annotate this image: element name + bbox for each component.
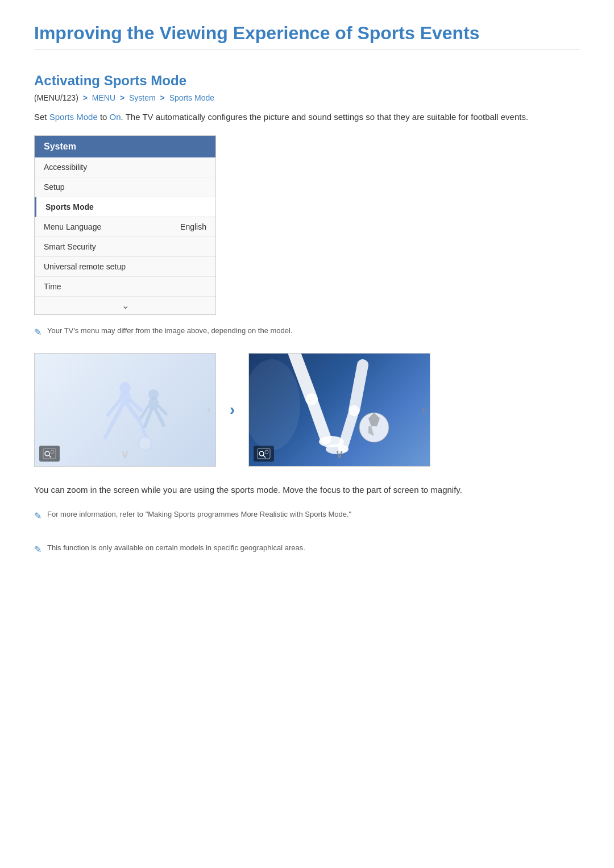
nav-arrow-down-normal: ∨ xyxy=(121,447,130,462)
menu-item-menu-language-value: English xyxy=(180,222,206,231)
bc-sep1: > xyxy=(83,93,88,102)
system-menu: System Accessibility Setup Sports Mode M… xyxy=(34,135,216,315)
svg-point-27 xyxy=(249,359,300,450)
menu-item-setup[interactable]: Setup xyxy=(35,177,215,197)
intro-text: Set Sports Mode to On. The TV automatica… xyxy=(34,110,580,124)
note-2: ✎ This function is only available on cer… xyxy=(34,542,580,556)
chevron-down-icon: ⌄ xyxy=(122,301,129,310)
sport-image-normal: › ∨ xyxy=(34,353,216,467)
intro-highlight2: On xyxy=(110,112,121,122)
svg-line-24 xyxy=(343,410,354,447)
menu-item-universal-remote[interactable]: Universal remote setup xyxy=(35,257,215,277)
menu-item-time[interactable]: Time xyxy=(35,277,215,297)
player-svg-zoomed xyxy=(249,354,420,456)
pencil-icon: ✎ xyxy=(34,326,42,339)
bc-sep2: > xyxy=(120,93,125,102)
page-title: Improving the Viewing Experience of Spor… xyxy=(34,23,580,50)
svg-line-23 xyxy=(354,365,363,410)
pencil-icon-1: ✎ xyxy=(34,509,42,523)
svg-line-18 xyxy=(49,455,51,458)
menu-item-accessibility[interactable]: Accessibility xyxy=(35,157,215,177)
menu-item-smart-security[interactable]: Smart Security xyxy=(35,237,215,257)
menu-item-universal-remote-label: Universal remote setup xyxy=(44,262,126,271)
breadcrumb: (MENU/123) > MENU > System > Sports Mode xyxy=(34,93,580,102)
zoom-icon-zoomed xyxy=(254,446,274,462)
bc-part1: (MENU/123) xyxy=(34,93,78,102)
menu-item-setup-label: Setup xyxy=(44,182,65,192)
bc-part3[interactable]: System xyxy=(129,93,156,102)
menu-item-sports-mode[interactable]: Sports Mode xyxy=(35,197,215,217)
nav-arrow-right-zoomed: › xyxy=(421,402,425,417)
nav-arrow-right-normal: › xyxy=(207,402,211,417)
menu-chevron-down[interactable]: ⌄ xyxy=(35,297,215,314)
svg-line-13 xyxy=(159,406,166,414)
note-2-text: This function is only available on certa… xyxy=(47,542,305,554)
svg-point-17 xyxy=(45,451,49,456)
intro-middle: to xyxy=(98,112,110,122)
system-menu-header: System xyxy=(35,136,215,157)
menu-item-time-label: Time xyxy=(44,282,61,291)
menu-item-smart-security-label: Smart Security xyxy=(44,242,96,251)
note-menu-diff: ✎ Your TV's menu may differ from the ima… xyxy=(34,325,580,339)
note-1-text: For more information, refer to "Making S… xyxy=(47,509,351,520)
intro-before: Set xyxy=(34,112,49,122)
svg-point-9 xyxy=(139,437,151,450)
sport-image-zoomed: › ∨ xyxy=(248,353,430,467)
svg-line-21 xyxy=(312,399,326,439)
note-1: ✎ For more information, refer to "Making… xyxy=(34,509,580,523)
intro-after: . The TV automatically configures the pi… xyxy=(121,112,529,122)
images-section: › ∨ › xyxy=(34,353,580,467)
svg-point-1 xyxy=(119,382,131,393)
menu-item-accessibility-label: Accessibility xyxy=(44,163,87,172)
svg-line-5 xyxy=(105,423,113,438)
bc-part4[interactable]: Sports Mode xyxy=(169,93,214,102)
center-arrow: › xyxy=(230,401,235,419)
bc-part2[interactable]: MENU xyxy=(92,93,115,102)
zoom-icon-normal xyxy=(39,446,60,462)
section-title: Activating Sports Mode xyxy=(34,73,580,89)
svg-point-31 xyxy=(265,450,268,454)
bc-sep3: > xyxy=(160,93,165,102)
pencil-icon-2: ✎ xyxy=(34,543,42,556)
intro-highlight1: Sports Mode xyxy=(49,112,98,122)
sports-icon-svg xyxy=(43,448,56,459)
nav-arrow-down-zoomed: ∨ xyxy=(335,447,344,462)
svg-line-30 xyxy=(263,455,265,458)
menu-item-menu-language-label: Menu Language xyxy=(44,222,101,231)
menu-item-sports-mode-label: Sports Mode xyxy=(45,202,94,211)
main-description: You can zoom in the screen while you are… xyxy=(34,483,580,497)
menu-item-menu-language[interactable]: Menu Language English xyxy=(35,217,215,237)
svg-point-19 xyxy=(51,450,54,454)
svg-point-29 xyxy=(259,451,264,456)
note-menu-diff-text: Your TV's menu may differ from the image… xyxy=(47,325,293,337)
notes-list: ✎ For more information, refer to "Making… xyxy=(34,509,580,570)
sports-icon-svg-zoomed xyxy=(257,448,271,459)
svg-point-11 xyxy=(148,389,159,400)
